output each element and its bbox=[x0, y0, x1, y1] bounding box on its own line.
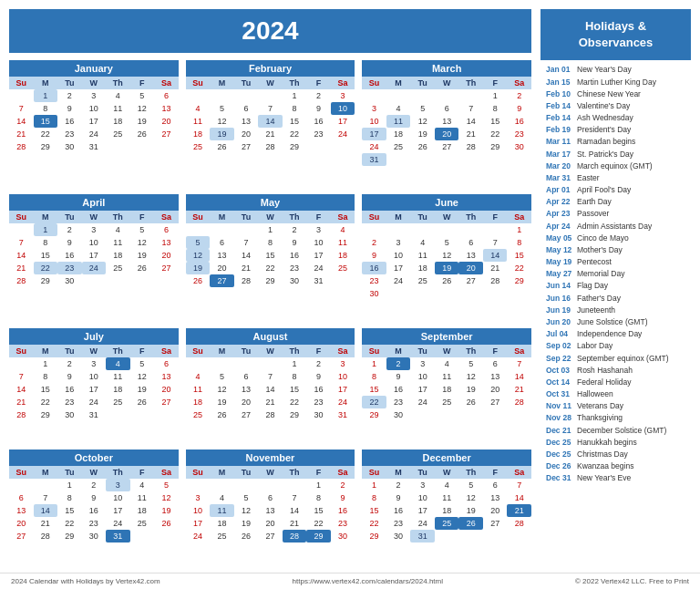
empty-cell bbox=[458, 223, 483, 236]
day-cell: 5 bbox=[186, 236, 211, 249]
day-cell: 31 bbox=[82, 140, 107, 153]
day-cell: 15 bbox=[283, 383, 307, 396]
month-title: October bbox=[9, 450, 179, 466]
empty-cell bbox=[34, 479, 58, 491]
day-cell: 21 bbox=[507, 504, 531, 517]
holiday-item: Jun 19Juneteenth bbox=[546, 305, 685, 316]
day-header-th: Th bbox=[283, 77, 307, 89]
day-cell: 23 bbox=[306, 128, 331, 140]
day-cell: 23 bbox=[386, 517, 411, 530]
day-cell: 20 bbox=[234, 396, 259, 408]
day-cell: 12 bbox=[234, 504, 259, 517]
day-cell: 28 bbox=[9, 408, 34, 421]
day-cell: 18 bbox=[331, 249, 355, 262]
day-cell: 24 bbox=[362, 140, 386, 153]
holiday-date: Sep 02 bbox=[546, 340, 573, 352]
day-cell: 4 bbox=[186, 102, 211, 115]
day-cell: 26 bbox=[458, 517, 483, 530]
holiday-name: March equinox (GMT) bbox=[577, 160, 653, 172]
empty-cell bbox=[234, 223, 259, 236]
day-cell: 19 bbox=[234, 517, 259, 530]
holiday-name: Kwanzaa begins bbox=[577, 460, 633, 472]
holiday-date: Oct 03 bbox=[546, 365, 573, 377]
day-cell: 11 bbox=[386, 115, 411, 128]
day-cell: 13 bbox=[458, 249, 483, 262]
holiday-name: Father's Day bbox=[577, 293, 621, 305]
day-cell: 27 bbox=[234, 140, 259, 153]
day-header-sa: Sa bbox=[154, 211, 179, 223]
day-cell: 28 bbox=[483, 274, 508, 287]
day-cell: 12 bbox=[210, 383, 234, 396]
day-cell: 30 bbox=[306, 408, 331, 421]
day-cell: 28 bbox=[234, 274, 259, 287]
day-cell: 5 bbox=[130, 357, 155, 370]
day-cell: 17 bbox=[331, 383, 355, 396]
day-cell: 18 bbox=[410, 262, 435, 274]
days-grid: 1234567891011121314151617181920212223242… bbox=[362, 223, 531, 300]
day-header-su: Su bbox=[362, 466, 386, 479]
day-cell: 2 bbox=[82, 479, 107, 491]
day-cell: 14 bbox=[9, 249, 34, 262]
day-cell: 18 bbox=[210, 517, 234, 530]
holiday-item: Jun 20June Solstice (GMT) bbox=[546, 316, 685, 328]
day-cell: 27 bbox=[9, 530, 34, 542]
day-cell: 10 bbox=[106, 491, 130, 504]
day-cell: 18 bbox=[435, 383, 459, 396]
day-headers: SuMTuWThFSa bbox=[362, 77, 531, 89]
day-cell: 10 bbox=[82, 236, 107, 249]
day-cell: 30 bbox=[507, 140, 531, 153]
day-cell: 28 bbox=[507, 517, 531, 530]
day-cell: 19 bbox=[458, 383, 483, 396]
day-cell: 30 bbox=[331, 530, 355, 542]
day-cell: 30 bbox=[57, 408, 82, 421]
holiday-name: Juneteenth bbox=[577, 305, 615, 316]
holiday-item: Feb 10Chinese New Year bbox=[546, 88, 685, 100]
day-header-su: Su bbox=[362, 345, 386, 357]
holidays-list: Jan 01New Year's DayJan 15Martin Luther … bbox=[540, 60, 691, 563]
day-cell: 31 bbox=[306, 274, 331, 287]
holiday-date: Apr 23 bbox=[546, 208, 573, 220]
holiday-name: Valentine's Day bbox=[577, 100, 630, 112]
day-cell: 18 bbox=[106, 115, 130, 128]
day-header-tu: Tu bbox=[57, 211, 82, 223]
day-header-sa: Sa bbox=[507, 77, 531, 89]
day-cell: 20 bbox=[154, 115, 179, 128]
day-cell: 5 bbox=[410, 102, 435, 115]
day-cell: 20 bbox=[483, 383, 508, 396]
day-header-su: Su bbox=[186, 211, 211, 223]
day-cell: 17 bbox=[186, 517, 211, 530]
day-cell: 4 bbox=[435, 357, 459, 370]
holiday-item: May 27Memorial Day bbox=[546, 268, 685, 280]
day-cell: 1 bbox=[57, 479, 82, 491]
day-cell: 15 bbox=[34, 249, 58, 262]
day-cell: 26 bbox=[210, 140, 234, 153]
day-cell: 12 bbox=[410, 115, 435, 128]
day-cell: 21 bbox=[458, 128, 483, 140]
day-cell: 21 bbox=[283, 517, 307, 530]
day-cell: 26 bbox=[154, 517, 179, 530]
holiday-name: Halloween bbox=[577, 388, 613, 400]
day-cell: 14 bbox=[34, 504, 58, 517]
day-header-sa: Sa bbox=[507, 466, 531, 479]
day-cell: 23 bbox=[386, 396, 411, 408]
day-header-f: F bbox=[130, 466, 155, 479]
day-cell: 29 bbox=[507, 274, 531, 287]
day-cell: 16 bbox=[386, 383, 411, 396]
day-cell: 3 bbox=[186, 491, 211, 504]
day-cell: 10 bbox=[410, 370, 435, 383]
holiday-item: Apr 23Passover bbox=[546, 208, 685, 220]
day-cell: 15 bbox=[362, 504, 386, 517]
day-cell: 17 bbox=[82, 383, 107, 396]
holiday-item: Feb 19President's Day bbox=[546, 124, 685, 136]
day-header-w: W bbox=[258, 345, 283, 357]
day-header-w: W bbox=[435, 345, 459, 357]
day-cell: 17 bbox=[386, 262, 411, 274]
day-cell: 12 bbox=[154, 491, 179, 504]
day-cell: 29 bbox=[483, 140, 508, 153]
empty-cell bbox=[234, 89, 259, 102]
day-cell: 9 bbox=[57, 236, 82, 249]
day-cell: 5 bbox=[130, 89, 155, 102]
day-cell: 10 bbox=[306, 236, 331, 249]
day-cell: 16 bbox=[507, 115, 531, 128]
day-cell: 15 bbox=[258, 249, 283, 262]
